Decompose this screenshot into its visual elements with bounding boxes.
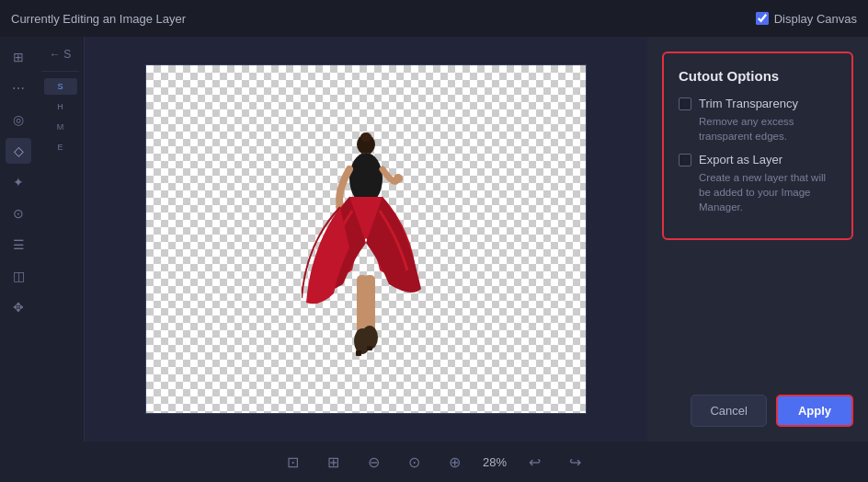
- bottom-toolbar: ⊡ ⊞ ⊖ ⊙ ⊕ 28% ↩ ↪: [0, 442, 868, 482]
- panel-item-m[interactable]: M: [44, 119, 77, 135]
- display-canvas-label: Display Canvas: [774, 12, 857, 26]
- export-as-layer-label: Export as Layer: [699, 153, 782, 166]
- canvas-area: [85, 37, 647, 442]
- display-canvas-toggle[interactable]: Display Canvas: [756, 12, 857, 26]
- sidebar-icon-shape[interactable]: ◇: [6, 138, 31, 164]
- svg-rect-11: [367, 346, 372, 350]
- export-as-layer-label-row: Export as Layer: [679, 153, 837, 166]
- canvas-frame: [145, 64, 587, 414]
- secondary-panel: ← S S H M E: [37, 37, 85, 442]
- options-panel: Cutout Options Trim Transparency Remove …: [647, 37, 868, 442]
- sidebar-icon-circle[interactable]: ⊙: [6, 201, 31, 226]
- sidebar-icon-grid[interactable]: ⊞: [6, 44, 31, 70]
- export-as-layer-option: Export as Layer Create a new layer that …: [679, 153, 837, 214]
- sidebar-icon-move[interactable]: ✥: [6, 294, 31, 320]
- toolbar-icon-redo[interactable]: ↪: [562, 449, 588, 475]
- sidebar-icon-frame[interactable]: ◫: [6, 263, 31, 289]
- zoom-level: 28%: [483, 455, 507, 469]
- toolbar-icon-undo[interactable]: ↩: [521, 449, 547, 475]
- trim-transparency-label-row: Trim Transparency: [679, 97, 837, 110]
- trim-transparency-desc: Remove any excess transparent edges.: [679, 114, 837, 143]
- toolbar-icon-select[interactable]: ⊡: [280, 449, 306, 475]
- sidebar-icon-star[interactable]: ✦: [6, 169, 31, 195]
- trim-transparency-label: Trim Transparency: [699, 97, 798, 110]
- panel-item-e[interactable]: E: [44, 139, 77, 155]
- apply-button[interactable]: Apply: [776, 395, 853, 427]
- svg-rect-10: [356, 350, 361, 356]
- export-as-layer-desc: Create a new layer that will be added to…: [679, 170, 837, 214]
- svg-point-5: [394, 174, 403, 183]
- sidebar-icon-menu[interactable]: ☰: [6, 232, 31, 258]
- trim-transparency-option: Trim Transparency Remove any excess tran…: [679, 97, 837, 143]
- sidebar-icon-layers[interactable]: ⋯: [6, 75, 31, 101]
- toolbar-icon-zoom-reset[interactable]: ⊙: [402, 449, 428, 475]
- display-canvas-checkbox[interactable]: [756, 12, 769, 25]
- dancer-figure: [302, 128, 430, 385]
- svg-point-1: [360, 132, 371, 142]
- button-row: Cancel Apply: [662, 395, 853, 427]
- trim-transparency-checkbox[interactable]: [679, 98, 691, 110]
- cancel-button[interactable]: Cancel: [691, 395, 766, 427]
- sidebar-icon-target[interactable]: ◎: [6, 107, 31, 132]
- page-title: Currently Editing an Image Layer: [11, 12, 186, 26]
- back-button[interactable]: ← S: [46, 44, 74, 64]
- toolbar-icon-zoom-out[interactable]: ⊖: [361, 449, 387, 475]
- cutout-options-box: Cutout Options Trim Transparency Remove …: [662, 52, 853, 240]
- toolbar-icon-grid[interactable]: ⊞: [321, 449, 347, 475]
- panel-divider-1: [41, 71, 79, 72]
- toolbar-icon-zoom-in[interactable]: ⊕: [442, 449, 468, 475]
- cutout-options-title: Cutout Options: [679, 68, 837, 84]
- top-bar: Currently Editing an Image Layer Display…: [0, 0, 868, 37]
- left-sidebar: ⊞ ⋯ ◎ ◇ ✦ ⊙ ☰ ◫ ✥: [0, 37, 37, 442]
- export-as-layer-checkbox[interactable]: [679, 154, 691, 166]
- main-content: ← S S H M E: [37, 37, 868, 442]
- panel-item-s[interactable]: S: [44, 78, 77, 95]
- svg-point-3: [349, 153, 383, 204]
- panel-item-h[interactable]: H: [44, 98, 77, 115]
